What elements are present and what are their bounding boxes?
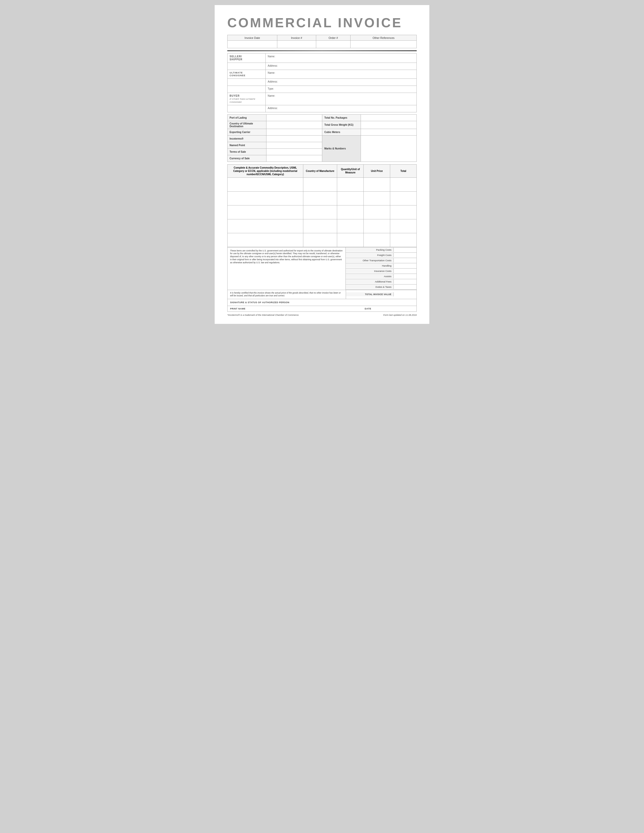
insurance-value[interactable] [394,269,417,273]
additional-fees-value[interactable] [394,279,417,284]
page-title: COMMERCIAL INVOICE [227,15,417,30]
incoterms-value[interactable] [266,135,322,142]
freight-costs-row: Freight Costs [346,252,417,258]
marks-numbers-value[interactable] [361,135,417,162]
consignee-label: ULTIMATECONSIGNEE [227,70,266,79]
total-invoice-value[interactable] [394,292,417,297]
seller-name-input[interactable] [276,55,393,58]
item-5-total[interactable] [390,233,417,247]
item-row-4 [227,219,417,233]
item-1-qty[interactable] [337,177,364,191]
seller-address-field: Address: [266,63,417,70]
total-packages-label: Total No. Packages [322,114,361,121]
item-3-total[interactable] [390,205,417,219]
invoice-date-field[interactable] [227,41,277,48]
consignee-address-field: Address: [266,79,417,85]
info-grid: Port of Lading Total No. Packages Countr… [227,114,417,162]
item-row-1 [227,177,417,191]
order-num-header: Order # [316,35,351,41]
item-3-qty[interactable] [337,205,364,219]
footer-left: *Incoterms® is a trademark of the Intern… [227,314,299,316]
consignee-address-input[interactable] [279,80,396,83]
item-4-desc[interactable] [227,219,303,233]
consignee-type-field: Type: [266,86,417,93]
item-row-2 [227,191,417,205]
other-refs-header: Other References [351,35,417,41]
item-1-country[interactable] [303,177,337,191]
seller-address-input[interactable] [279,64,396,67]
header-divider [227,50,417,51]
item-4-total[interactable] [390,219,417,233]
item-1-total[interactable] [390,177,417,191]
freight-costs-value[interactable] [394,252,417,258]
cubic-meters-label: Cubic Meters [322,129,361,135]
item-2-desc[interactable] [227,191,303,205]
item-row-3 [227,205,417,219]
other-refs-field[interactable] [351,41,417,48]
item-4-price[interactable] [364,219,390,233]
header-table: Invoice Date Invoice # Order # Other Ref… [227,35,417,48]
packing-costs-row: Packing Costs [346,248,417,252]
buyer-name-input[interactable] [276,94,393,97]
consignee-type-input[interactable] [275,87,392,90]
consignee-name-input[interactable] [276,71,393,74]
consignee-addr-spacer [227,79,266,85]
item-2-price[interactable] [364,191,390,205]
consignee-name-field: Name: [266,70,417,79]
item-4-country[interactable] [303,219,337,233]
buyer-address-field: Address: [266,105,417,112]
item-5-country[interactable] [303,233,337,247]
country-header: Country of Manufacture [303,164,337,177]
invoice-num-field[interactable] [277,41,316,48]
item-5-desc[interactable] [227,233,303,247]
country-dest-label: Country of Ultimate Destination [227,121,266,129]
item-row-5 [227,233,417,247]
item-5-price[interactable] [364,233,390,247]
exporting-carrier-value[interactable] [266,129,322,135]
other-transport-value[interactable] [394,258,417,263]
total-invoice-label: TOTAL INVOICE VALUE [346,292,394,296]
assists-value[interactable] [394,274,417,279]
items-table: Complete & Accurate Commodity Descriptio… [227,164,417,247]
named-point-label: Named Point [227,142,266,148]
freight-costs-label: Freight Costs [346,253,394,257]
handling-value[interactable] [394,263,417,269]
item-3-desc[interactable] [227,205,303,219]
packing-costs-value[interactable] [394,248,417,252]
item-1-desc[interactable] [227,177,303,191]
footer: *Incoterms® is a trademark of the Intern… [227,314,417,316]
seller-name-field: Name: [266,53,417,63]
currency-sale-label: Currency of Sale [227,155,266,162]
export-notice: These items are controlled by the U.S. g… [227,248,346,290]
handling-row: Handling [346,263,417,269]
invoice-page: COMMERCIAL INVOICE Invoice Date Invoice … [215,5,429,324]
port-lading-value[interactable] [266,114,322,121]
order-num-field[interactable] [316,41,351,48]
item-3-country[interactable] [303,205,337,219]
cert-section: It is hereby certified that this invoice… [227,290,417,299]
date-label: DATE [322,307,414,310]
seller-label: SELLER/SHIPPER [227,53,266,63]
total-packages-value[interactable] [361,114,417,121]
item-3-price[interactable] [364,205,390,219]
item-5-qty[interactable] [337,233,364,247]
item-4-qty[interactable] [337,219,364,233]
item-2-total[interactable] [390,191,417,205]
item-1-price[interactable] [364,177,390,191]
buyer-section: BUYER If other than ultimate consignee N… [227,93,417,113]
signature-label: SIGNATURE & STATUS OF AUTHORIZED PERSON [230,301,290,304]
incoterms-label: Incoterms® [227,135,266,142]
item-2-qty[interactable] [337,191,364,205]
gross-weight-value[interactable] [361,121,417,129]
print-name-label: PRINT NAME [230,307,322,310]
currency-sale-value[interactable] [266,155,322,162]
country-dest-value[interactable] [266,121,322,129]
item-2-country[interactable] [303,191,337,205]
terms-sale-value[interactable] [266,148,322,155]
named-point-value[interactable] [266,142,322,148]
duties-taxes-value[interactable] [394,285,417,289]
duties-taxes-label: Duties & Taxes [346,285,394,289]
assists-label: Assists [346,274,394,278]
cubic-meters-value[interactable] [361,129,417,135]
buyer-address-input[interactable] [279,106,396,109]
